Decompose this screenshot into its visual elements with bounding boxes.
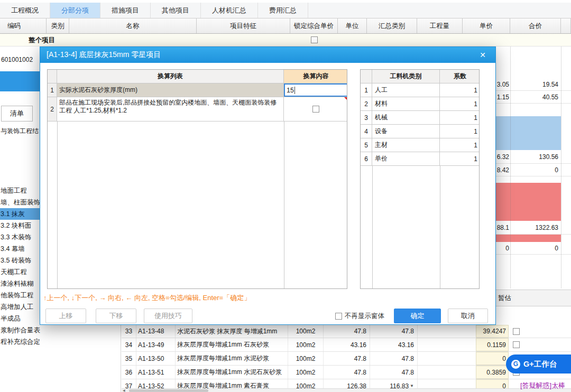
factor-category[interactable]: 主材	[372, 138, 440, 152]
conversion-content-header[interactable]: 换算内容	[284, 70, 347, 83]
cell-value1[interactable]: 47.8	[324, 366, 370, 379]
factor-category-header[interactable]: 工料机类别	[372, 70, 440, 83]
col-header-unit[interactable]: 单位	[338, 18, 367, 33]
estimate-checkbox[interactable]	[513, 341, 520, 348]
g-workbench-button[interactable]: G G+工作台	[506, 354, 571, 374]
cell-code[interactable]: A1-13-49	[136, 338, 176, 351]
cell-value2[interactable]: 116.83 ▼	[370, 379, 418, 388]
factor-category[interactable]: 机械	[372, 111, 440, 124]
cell-unit[interactable]: 100m2	[288, 325, 324, 338]
factor-category[interactable]: 材料	[372, 97, 440, 110]
factor-value[interactable]: 1	[440, 138, 480, 152]
tree-item[interactable]: 3.2 块料面	[0, 220, 40, 231]
cell-name[interactable]: 抹灰层厚度每增减1mm 水泥砂浆	[176, 352, 288, 365]
tree-item[interactable]: 漆涂料裱糊	[0, 278, 40, 290]
col-header-lock-price[interactable]: 锁定综合单价	[290, 18, 338, 33]
col-header-category[interactable]: 类别	[47, 18, 69, 33]
close-icon[interactable]: ✕	[476, 49, 489, 61]
conversion-row-label[interactable]: 实际水泥石灰砂浆厚度(mm)	[57, 83, 284, 97]
cell-unit[interactable]: 100m2	[288, 366, 324, 379]
cell-value2[interactable]: 47.8	[370, 325, 418, 338]
cell-unit[interactable]: 100m2	[288, 338, 324, 351]
tree-item[interactable]: 浆制作合量表	[0, 324, 40, 336]
tree-item[interactable]: 天棚工程	[0, 266, 40, 278]
cell-quantity[interactable]: 0.3859	[476, 366, 509, 379]
table-row[interactable]: 33 A1-13-48 水泥石灰砂浆 抹灰厚度 每增减1mm 100m2 47.…	[122, 325, 571, 338]
col-header-feature[interactable]: 项目特征	[197, 18, 290, 33]
cell-code[interactable]: A1-13-51	[136, 366, 176, 379]
factor-category[interactable]: 单价	[372, 152, 440, 165]
table-row[interactable]: 36 A1-13-51 抹灰层厚度每增减1mm 水泥石灰砂浆 100m2 47.…	[122, 366, 571, 379]
tab-project-overview[interactable]: 工程概况	[0, 3, 50, 18]
factor-row[interactable]: 2 材料 1	[361, 97, 479, 111]
tree-item[interactable]: 墙、柱面装饰	[0, 197, 40, 208]
qingdan-tab[interactable]: 清单	[1, 106, 33, 122]
conversion-list-header[interactable]: 换算列表	[57, 70, 284, 83]
conversion-row[interactable]: 2 部品在施工现场安装后,部品拼接处预留的室内楼地面、墙面、天棚面装饰装修工程 …	[48, 97, 347, 122]
cell-value2[interactable]: 43.16	[370, 338, 418, 351]
col-header-name[interactable]: 名称	[69, 18, 197, 33]
col-header-total-price[interactable]: 合价	[510, 18, 561, 33]
code-cell[interactable]: 601001002	[1, 56, 33, 63]
col-header-quantity[interactable]: 工程量	[417, 18, 463, 33]
dont-show-option[interactable]: 不再显示窗体	[335, 309, 384, 323]
tab-other-items[interactable]: 其他项目	[151, 3, 201, 18]
factor-category[interactable]: 人工	[372, 83, 440, 97]
table-row[interactable]: 34 A1-13-49 抹灰层厚度每增减1mm 石灰砂浆 100m2 43.16…	[122, 338, 571, 352]
dialog-titlebar[interactable]: [A1-13-4] 底层抹灰15mm 零星项目 ✕	[40, 47, 495, 63]
tree-item[interactable]: 地面工程	[0, 185, 40, 197]
factor-category[interactable]: 设备	[372, 125, 440, 138]
tree-item[interactable]: 3.5 砖装饰	[0, 255, 40, 266]
conversion-row-label[interactable]: 部品在施工现场安装后,部品拼接处预留的室内楼地面、墙面、天棚面装饰装修工程 人工…	[57, 97, 284, 121]
cell-code[interactable]: A1-13-48	[136, 325, 176, 338]
factor-row[interactable]: 4 设备 1	[361, 125, 479, 138]
tree-item-selected[interactable]: 3.1 抹灰	[0, 208, 40, 220]
conversion-row[interactable]: 1 实际水泥石灰砂浆厚度(mm) 15	[48, 83, 347, 97]
qa-ticker-text[interactable]: [答疑解惑]太棒	[520, 381, 571, 390]
cell-name[interactable]: 水泥石灰砂浆 抹灰厚度 每增减1mm	[176, 325, 288, 338]
scrollbar-thumb[interactable]	[129, 389, 208, 392]
tab-cost-summary[interactable]: 费用汇总	[258, 3, 308, 18]
factor-row[interactable]: 3 机械 1	[361, 111, 479, 125]
tree-item[interactable]: 程补充综合定额(2019)	[0, 336, 40, 348]
scroll-left-icon[interactable]: ◀	[123, 389, 125, 392]
dont-show-checkbox[interactable]	[335, 313, 342, 320]
factor-row[interactable]: 1 人工 1	[361, 83, 479, 97]
cell-code[interactable]: A1-13-50	[136, 352, 176, 365]
tab-labor-material-summary[interactable]: 人材机汇总	[201, 3, 258, 18]
tree-item[interactable]: 高增加人工	[0, 301, 40, 313]
factor-row[interactable]: 6 单价 1	[361, 152, 479, 166]
cell-value1[interactable]: 126.38	[324, 379, 370, 388]
tree-item[interactable]: 3.4 幕墙	[0, 243, 40, 255]
cell-value1[interactable]: 47.8	[324, 352, 370, 365]
table-row[interactable]: 37 A1-13-52 抹灰层厚度每增减1mm 素石膏浆 100m2 126.3…	[122, 379, 571, 388]
factor-value[interactable]: 1	[440, 97, 480, 110]
move-down-button[interactable]: 下移	[96, 309, 136, 323]
cell-value2[interactable]: 47.8	[370, 352, 418, 365]
cell-value2[interactable]: 47.8	[370, 366, 418, 379]
cell-name[interactable]: 抹灰层厚度每增减1mm 石灰砂浆	[176, 338, 288, 351]
factor-value[interactable]: 1	[440, 111, 480, 124]
col-header-code[interactable]: 编码	[0, 18, 47, 33]
cell-quantity[interactable]: 39.4247	[476, 325, 509, 338]
factor-value[interactable]: 1	[440, 83, 480, 97]
dropdown-arrow-icon[interactable]: ▼	[410, 384, 414, 388]
cell-unit[interactable]: 100m2	[288, 379, 324, 388]
cell-name[interactable]: 抹灰层厚度每增减1mm 素石膏浆	[176, 379, 288, 388]
cancel-button[interactable]: 取消	[448, 309, 488, 323]
tab-subsection-items[interactable]: 分部分项	[50, 3, 100, 18]
cell-quantity[interactable]: 0.1159	[476, 338, 509, 351]
move-up-button[interactable]: 上移	[45, 309, 86, 323]
horizontal-scrollbar[interactable]: ◀	[122, 388, 571, 392]
factor-value[interactable]: 1	[440, 125, 480, 138]
tips-button[interactable]: 使用技巧	[144, 309, 192, 323]
estimate-column-header[interactable]: 暂估	[496, 290, 571, 306]
tree-item[interactable]: 3.3 木装饰	[0, 231, 40, 243]
col-header-unit-price[interactable]: 单价	[463, 18, 510, 33]
cell-value1[interactable]: 47.8	[324, 325, 370, 338]
tree-item[interactable]: 半成品	[0, 313, 40, 324]
col-header-summary-type[interactable]: 汇总类别	[367, 18, 417, 33]
tree-item[interactable]: 他装饰工程	[0, 290, 40, 301]
conversion-value-input[interactable]: 15	[284, 83, 347, 97]
ok-button[interactable]: 确定	[394, 309, 441, 323]
